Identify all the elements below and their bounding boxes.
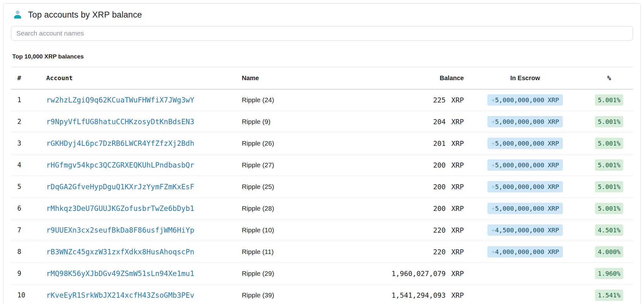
column-header-name: Name xyxy=(242,67,355,89)
escrow-currency: XRP xyxy=(548,205,559,212)
account-link[interactable]: rDqGA2GfveHypDguQ1KXrJzYymFZmKxEsF xyxy=(46,183,194,191)
escrow-value: 5,000,000,000 xyxy=(495,96,544,104)
table-row: 2r9NpyVfLfUG8hatuCCHKzosyDtKnBdsEN3Rippl… xyxy=(11,111,633,133)
account-link[interactable]: r9NpyVfLfUG8hatuCCHKzosyDtKnBdsEN3 xyxy=(46,118,194,126)
balance-currency: XRP xyxy=(451,226,464,234)
escrow-cell: +4,500,000,000XRP xyxy=(465,219,585,241)
name-cell: Ripple (27) xyxy=(242,154,355,176)
balance-currency: XRP xyxy=(451,291,464,299)
percent-cell: 5.001% xyxy=(585,154,633,176)
escrow-value: 4,500,000,000 xyxy=(495,226,544,234)
account-link[interactable]: rw2hzLZgiQ9q62KCuaTWuFHWfiX7JWg3wY xyxy=(46,96,194,104)
percent-badge: 5.001% xyxy=(595,94,623,106)
rank-cell: 2 xyxy=(11,111,46,133)
plus-prefix: + xyxy=(491,248,495,256)
account-link[interactable]: rHGfmgv54kpc3QCZGRXEQKUhLPndbasbQr xyxy=(46,161,194,169)
balance-value: 225 xyxy=(433,96,446,104)
escrow-badge: +5,000,000,000XRP xyxy=(487,116,563,127)
rank-cell: 9 xyxy=(11,263,46,285)
escrow-cell: +5,000,000,000XRP xyxy=(465,198,585,219)
escrow-badge: +5,000,000,000XRP xyxy=(487,203,563,214)
balance-cell: 201XRP xyxy=(355,133,465,154)
name-cell: Ripple (29) xyxy=(242,263,355,285)
page-title: Top accounts by XRP balance xyxy=(28,10,142,20)
escrow-currency: XRP xyxy=(548,183,559,191)
search-input[interactable] xyxy=(11,26,633,41)
plus-prefix: + xyxy=(491,96,495,104)
escrow-badge: +4,000,000,000XRP xyxy=(487,246,563,257)
escrow-cell xyxy=(465,285,585,304)
escrow-value: 5,000,000,000 xyxy=(495,118,544,125)
percent-badge: 5.001% xyxy=(595,203,623,214)
plus-prefix: + xyxy=(491,183,495,191)
rank-cell: 4 xyxy=(11,154,46,176)
escrow-badge: +5,000,000,000XRP xyxy=(487,94,563,106)
table-header: # Account Name Balance In Escrow % xyxy=(11,67,633,89)
escrow-cell: +5,000,000,000XRP xyxy=(465,111,585,133)
table-caption: Top 10,000 XRP balances xyxy=(12,53,633,60)
balance-value: 220 xyxy=(433,226,446,234)
escrow-cell: +5,000,000,000XRP xyxy=(465,176,585,198)
escrow-value: 5,000,000,000 xyxy=(495,205,544,212)
escrow-currency: XRP xyxy=(548,226,559,234)
balance-value: 200 xyxy=(433,205,446,213)
percent-cell: 1.541% xyxy=(585,285,633,304)
balance-cell: 225XRP xyxy=(355,89,465,111)
escrow-currency: XRP xyxy=(548,248,559,256)
escrow-cell: +5,000,000,000XRP xyxy=(465,133,585,154)
name-cell: Ripple (26) xyxy=(242,133,355,154)
account-link[interactable]: rGKHDyj4L6pc7DzRB6LWCR4YfZfzXj2Bdh xyxy=(46,139,194,147)
name-cell: Ripple (28) xyxy=(242,198,355,219)
balance-cell: 1,960,027,079XRP xyxy=(355,263,465,285)
table-row: 9rMQ98K56yXJbDGv49ZSmW51sLn94Xe1mu1Rippl… xyxy=(11,263,633,285)
percent-badge: 1.960% xyxy=(595,268,623,279)
escrow-value: 4,000,000,000 xyxy=(495,248,544,256)
account-link[interactable]: r9UUEXn3cx2seufBkDa8F86usfjWM6HiYp xyxy=(46,226,194,234)
plus-prefix: + xyxy=(491,118,495,125)
balance-value: 200 xyxy=(433,161,446,169)
escrow-cell xyxy=(465,263,585,285)
percent-cell: 5.001% xyxy=(585,176,633,198)
percent-cell: 5.001% xyxy=(585,111,633,133)
balance-value: 1,960,027,079 xyxy=(391,270,446,278)
escrow-badge: +4,500,000,000XRP xyxy=(487,224,563,236)
account-cell: rKveEyR1SrkWbJX214xcfH43ZsoGMb3PEv xyxy=(46,285,242,304)
balances-table: # Account Name Balance In Escrow % 1rw2h… xyxy=(11,67,633,304)
escrow-cell: +5,000,000,000XRP xyxy=(465,154,585,176)
balance-value: 220 xyxy=(433,248,446,256)
balance-value: 200 xyxy=(433,183,446,191)
escrow-currency: XRP xyxy=(548,140,559,147)
balance-cell: 220XRP xyxy=(355,219,465,241)
account-cell: rB3WNZc45gxzW31zxfXdkx8HusAhoqscPn xyxy=(46,241,242,263)
percent-cell: 4.000% xyxy=(585,241,633,263)
escrow-value: 5,000,000,000 xyxy=(495,140,544,147)
balance-currency: XRP xyxy=(451,140,464,147)
table-row: 10rKveEyR1SrkWbJX214xcfH43ZsoGMb3PEvRipp… xyxy=(11,285,633,304)
escrow-cell: +4,000,000,000XRP xyxy=(465,241,585,263)
escrow-currency: XRP xyxy=(548,118,559,125)
account-cell: rHGfmgv54kpc3QCZGRXEQKUhLPndbasbQr xyxy=(46,154,242,176)
balance-cell: 220XRP xyxy=(355,241,465,263)
balance-currency: XRP xyxy=(451,205,464,213)
rank-cell: 1 xyxy=(11,89,46,111)
plus-prefix: + xyxy=(491,140,495,147)
percent-badge: 5.001% xyxy=(595,181,623,192)
percent-badge: 4.501% xyxy=(595,224,623,236)
account-cell: rDqGA2GfveHypDguQ1KXrJzYymFZmKxEsF xyxy=(46,176,242,198)
balance-currency: XRP xyxy=(451,96,464,104)
balance-currency: XRP xyxy=(451,118,464,126)
balance-cell: 200XRP xyxy=(355,154,465,176)
table-row: 4rHGfmgv54kpc3QCZGRXEQKUhLPndbasbQrRippl… xyxy=(11,154,633,176)
account-link[interactable]: rB3WNZc45gxzW31zxfXdkx8HusAhoqscPn xyxy=(46,248,194,256)
account-link[interactable]: rKveEyR1SrkWbJX214xcfH43ZsoGMb3PEv xyxy=(46,291,194,299)
table-body: 1rw2hzLZgiQ9q62KCuaTWuFHWfiX7JWg3wYRippl… xyxy=(11,89,633,304)
account-link[interactable]: rMQ98K56yXJbDGv49ZSmW51sLn94Xe1mu1 xyxy=(46,269,194,278)
account-cell: r9NpyVfLfUG8hatuCCHKzosyDtKnBdsEN3 xyxy=(46,111,242,133)
account-cell: r9UUEXn3cx2seufBkDa8F86usfjWM6HiYp xyxy=(46,219,242,241)
plus-prefix: + xyxy=(491,205,495,212)
account-link[interactable]: rMhkqz3DeU7GUUJKGZofusbrTwZe6bDyb1 xyxy=(46,204,194,213)
percent-cell: 5.001% xyxy=(585,133,633,154)
percent-badge: 5.001% xyxy=(595,159,623,171)
rank-cell: 5 xyxy=(11,176,46,198)
rank-cell: 7 xyxy=(11,219,46,241)
